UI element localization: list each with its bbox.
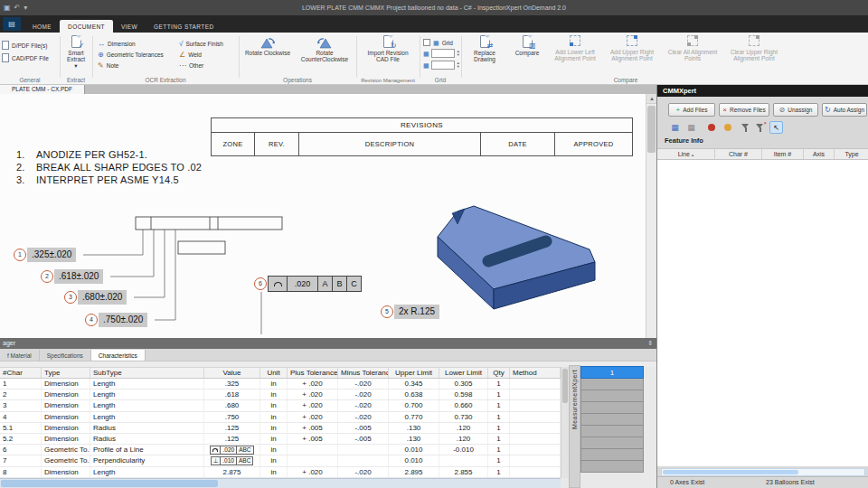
add-lower-left-alignment-point-button[interactable]: Add Lower Left Alignment Point <box>550 35 600 75</box>
scrollbar-thumb[interactable] <box>562 369 568 403</box>
ocr-other-button[interactable]: ⋯ Other <box>179 60 203 70</box>
tab-document[interactable]: DOCUMENT <box>60 20 113 33</box>
dimension-label-5[interactable]: 2x R.125 <box>394 305 439 319</box>
ocr-note-button[interactable]: ✎ Note <box>98 60 118 70</box>
matrix-cell[interactable] <box>580 402 644 414</box>
table-row[interactable]: 3DimensionLength.680in+ .020-.0200.7000.… <box>0 400 561 411</box>
matrix-cell[interactable] <box>580 379 644 390</box>
col-header-axis[interactable]: Axis <box>804 149 835 159</box>
col-header-lower-limit[interactable]: Lower Limit <box>439 368 488 378</box>
matrix-cell[interactable] <box>580 426 644 437</box>
canvas-vertical-scrollbar[interactable]: ▲ <box>646 94 656 338</box>
matrix-header-cell[interactable]: 1 <box>580 366 644 379</box>
smart-extract-button[interactable]: ✓ Smart Extract ▾ <box>61 35 90 75</box>
import-pdf-files-button[interactable]: D/PDF File(s) <box>2 40 47 51</box>
matrix-cell[interactable] <box>580 449 644 461</box>
filter-icon[interactable] <box>739 121 752 134</box>
add-upper-right-alignment-point-button[interactable]: Add Upper Right Alignment Point <box>606 35 658 75</box>
col-header-upper-limit[interactable]: Upper Limit <box>389 368 439 378</box>
feature-grid-icon[interactable]: ▦ <box>684 121 698 134</box>
quick-access-dropdown-icon[interactable]: ▾ <box>24 4 27 13</box>
table-row[interactable]: 2DimensionLength.618in+ .020-.0200.6380.… <box>0 389 561 400</box>
clear-filter-icon[interactable]: × <box>753 121 767 134</box>
scrollbar-thumb[interactable] <box>1 480 218 487</box>
table-vertical-scrollbar[interactable] <box>561 367 569 478</box>
col-header-subtype[interactable]: SubType <box>90 368 204 378</box>
col-header-plus-tolerance[interactable]: Plus Tolerance <box>288 368 338 378</box>
table-row[interactable]: 6Geometric To...Profile of a Line.020ABC… <box>0 445 561 455</box>
col-header-method[interactable]: Method <box>510 368 561 378</box>
col-header-char-number[interactable]: Char # <box>715 149 762 159</box>
compare-button[interactable]: ▥ Compare <box>510 35 544 75</box>
table-row[interactable]: 5.2DimensionRadius.125in+ .005-.005.130.… <box>0 434 561 445</box>
scrollbar-thumb[interactable] <box>663 470 798 474</box>
unassign-button[interactable]: ⊘ Unassign <box>773 103 818 117</box>
ocr-weld-button[interactable]: ∠ Weld <box>179 49 202 60</box>
col-header-qty[interactable]: Qty <box>488 368 510 378</box>
side-tab-measurementxpert[interactable]: MeasurementXpert <box>569 365 580 488</box>
table-row[interactable]: 5.1DimensionRadius.125in+ .005-.005.130.… <box>0 423 561 434</box>
drawing-canvas[interactable]: 1. ANODIZE PER GH52-1. 2. BREAK ALL SHAR… <box>0 94 646 338</box>
table-row[interactable]: 8DimensionLength2.875in+ .020-.0202.8952… <box>0 467 561 478</box>
import-revision-cad-file-button[interactable]: ↻ Import Revision CAD File <box>364 35 411 75</box>
tab-home[interactable]: HOME <box>24 20 60 33</box>
dimension-label-2[interactable]: .618±.020 <box>54 269 103 284</box>
col-header-minus-tolerance[interactable]: Minus Tolerance <box>338 368 389 378</box>
ocr-surface-finish-button[interactable]: √ Surface Finish <box>179 38 223 49</box>
table-row[interactable]: 7Geometric To...Perpendicularity⊥.010ABC… <box>0 455 561 466</box>
rotate-clockwise-button[interactable]: Rotate Clockwise <box>244 35 291 75</box>
scrollbar-thumb[interactable] <box>647 106 656 153</box>
tab-characteristics[interactable]: Characteristics <box>91 350 146 361</box>
col-header-value[interactable]: Value <box>204 368 260 378</box>
undo-icon[interactable]: ↶ <box>14 4 21 13</box>
matrix-cell[interactable] <box>580 437 644 449</box>
dimension-label-3[interactable]: .680±.020 <box>78 290 127 305</box>
matrix-cell[interactable] <box>580 390 644 402</box>
feature-info-body[interactable] <box>657 160 868 466</box>
panel-header-bar[interactable]: ager ⇕ <box>0 338 656 349</box>
amber-balloon-icon[interactable] <box>721 121 734 134</box>
balloon-6[interactable]: 6 <box>254 277 267 290</box>
col-header-unit[interactable]: Unit <box>260 368 288 378</box>
tab-bill-of-material[interactable]: f Material <box>0 350 40 361</box>
rotate-counterclockwise-button[interactable]: Rotate CounterClockwise <box>298 35 351 75</box>
col-header-line[interactable]: Line ▴ <box>657 149 715 159</box>
clear-upper-right-alignment-point-button[interactable]: Clear Upper Right Alignment Point <box>725 35 783 75</box>
tab-specifications[interactable]: Specifications <box>40 350 91 361</box>
ocr-dimension-button[interactable]: ↔ Dimension <box>98 38 136 49</box>
replace-drawing-button[interactable]: ⇄ Replace Drawing <box>465 35 505 75</box>
grid-columns-stepper[interactable]: ▦ ▲▼ <box>423 49 460 58</box>
stepper-arrows-icon[interactable]: ▲▼ <box>457 61 460 69</box>
dimension-label-1[interactable]: .325±.020 <box>27 248 76 262</box>
clear-all-alignment-points-button[interactable]: Clear All Alignment Points <box>667 35 718 75</box>
stepper-arrows-icon[interactable]: ▲▼ <box>457 50 460 57</box>
feature-control-frame[interactable]: .020 A B C <box>268 276 362 292</box>
tab-getting-started[interactable]: GETTING STARTED <box>146 20 222 33</box>
select-cursor-icon[interactable]: ↖ <box>769 121 783 134</box>
tab-view[interactable]: VIEW <box>113 20 146 33</box>
red-balloon-icon[interactable] <box>704 121 718 134</box>
table-horizontal-scrollbar[interactable] <box>0 478 561 488</box>
add-files-button[interactable]: + Add Files <box>668 103 715 117</box>
balloon-2[interactable]: 2 <box>41 270 53 283</box>
import-cad-pdf-file-button[interactable]: CAD/PDF File <box>2 52 49 63</box>
balloon-1[interactable]: 1 <box>14 249 26 261</box>
document-tab[interactable]: PLATE CMM - CX.PDF <box>0 85 85 94</box>
table-row[interactable]: 4DimensionLength.750in+ .020-.0200.7700.… <box>0 412 561 423</box>
balloon-4[interactable]: 4 <box>85 314 98 326</box>
col-header-char[interactable]: #Char <box>0 368 42 378</box>
table-row[interactable]: 1DimensionLength.325in+ .020-.0200.3450.… <box>0 379 561 389</box>
pin-panel-icon[interactable]: ⇕ <box>647 338 653 349</box>
feature-info-horizontal-scrollbar[interactable] <box>661 468 865 476</box>
ocr-geometric-tolerances-button[interactable]: ⊕ Geometric Tolerances <box>98 49 164 60</box>
grid-rows-stepper[interactable]: ▦ ▲▼ <box>423 61 460 70</box>
save-icon[interactable]: ▣ <box>4 4 11 13</box>
grid-toggle-checkbox[interactable]: ▦ Grid <box>423 37 453 48</box>
matrix-cell[interactable] <box>580 461 644 473</box>
col-header-type[interactable]: Type <box>835 149 868 159</box>
auto-assign-button[interactable]: ↻ Auto Assign <box>822 103 867 117</box>
file-menu-icon[interactable]: ▤ <box>3 17 21 31</box>
balloon-3[interactable]: 3 <box>64 291 77 304</box>
col-header-type[interactable]: Type <box>42 368 90 378</box>
assign-grid-icon[interactable]: ▦ <box>668 121 682 134</box>
